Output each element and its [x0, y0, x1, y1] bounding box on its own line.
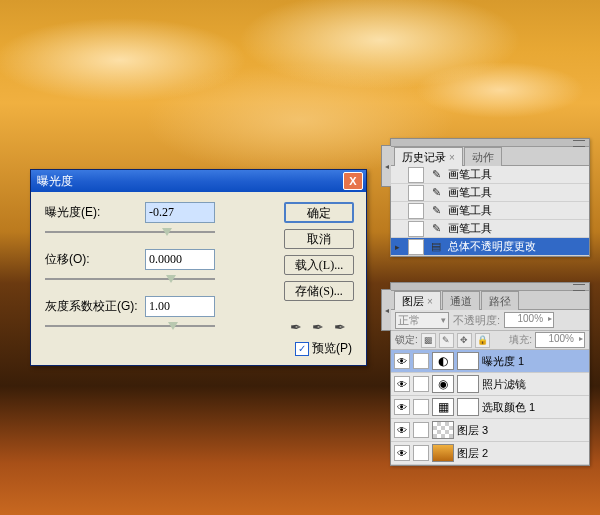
tab-layers[interactable]: 图层× [394, 291, 441, 310]
history-step-box [408, 203, 424, 219]
history-item[interactable]: ✎画笔工具 [391, 202, 589, 220]
exposure-label: 曝光度(E): [45, 204, 145, 221]
lock-all-icon[interactable]: 🔒 [475, 333, 490, 348]
visibility-toggle[interactable]: 👁 [394, 376, 410, 392]
offset-input[interactable] [145, 249, 215, 270]
tab-actions[interactable]: 动作 [464, 147, 502, 166]
dialog-titlebar[interactable]: 曝光度 X [31, 170, 366, 192]
exposure-input[interactable] [145, 202, 215, 223]
ok-button[interactable]: 确定 [284, 202, 354, 223]
gamma-input[interactable] [145, 296, 215, 317]
history-item-label: 画笔工具 [448, 221, 492, 236]
tab-label: 图层 [402, 295, 424, 307]
history-list: ✎画笔工具✎画笔工具✎画笔工具✎画笔工具▸▤总体不透明度更改 [391, 166, 589, 256]
history-item-label: 总体不透明度更改 [448, 239, 536, 254]
brush-icon: ✎ [429, 204, 443, 218]
link-box[interactable] [413, 353, 429, 369]
layer-mask-thumb [457, 398, 479, 416]
dialog-body: 曝光度(E): 位移(O): 灰度系数校正(G): 确定 取消 载入(L)... [31, 192, 366, 365]
gamma-label: 灰度系数校正(G): [45, 298, 145, 315]
layer-name: 图层 3 [457, 423, 488, 438]
exposure-dialog: 曝光度 X 曝光度(E): 位移(O): 灰度系数校正(G): 确定 [30, 169, 367, 366]
brush-icon: ✎ [429, 168, 443, 182]
lock-pixels-icon[interactable]: ▩ [421, 333, 436, 348]
adjustment-icon: ▦ [432, 398, 454, 416]
history-step-box [408, 185, 424, 201]
layer-thumb [432, 444, 454, 462]
eyedropper-gray-icon[interactable]: ✒ [310, 319, 326, 335]
slider-track [45, 278, 215, 280]
visibility-toggle[interactable]: 👁 [394, 399, 410, 415]
panel-grip[interactable] [391, 283, 589, 291]
load-button[interactable]: 载入(L)... [284, 255, 354, 275]
tab-paths[interactable]: 路径 [481, 291, 519, 310]
layer-row[interactable]: 👁图层 2 [391, 442, 589, 465]
eyedropper-white-icon[interactable]: ✒ [332, 319, 348, 335]
link-box[interactable] [413, 376, 429, 392]
slider-thumb[interactable] [168, 322, 178, 330]
brush-icon: ✎ [429, 222, 443, 236]
lock-brush-icon[interactable]: ✎ [439, 333, 454, 348]
layer-row[interactable]: 👁图层 3 [391, 419, 589, 442]
layer-mask-thumb [457, 352, 479, 370]
exposure-slider[interactable] [45, 225, 215, 239]
link-box[interactable] [413, 445, 429, 461]
history-item[interactable]: ✎画笔工具 [391, 220, 589, 238]
dialog-buttons: 确定 取消 载入(L)... 存储(S)... [284, 202, 354, 301]
fill-label: 填充: [509, 333, 532, 347]
opacity-icon: ▤ [429, 240, 443, 254]
layer-thumb [432, 421, 454, 439]
visibility-toggle[interactable]: 👁 [394, 422, 410, 438]
gamma-slider[interactable] [45, 319, 215, 333]
visibility-toggle[interactable]: 👁 [394, 445, 410, 461]
tab-label: 历史记录 [402, 151, 446, 163]
close-icon: X [349, 175, 356, 187]
history-item-label: 画笔工具 [448, 203, 492, 218]
layer-row[interactable]: 👁◉照片滤镜 [391, 373, 589, 396]
history-panel: ◂ 历史记录× 动作 ✎画笔工具✎画笔工具✎画笔工具✎画笔工具▸▤总体不透明度更… [390, 138, 590, 257]
tab-close-icon[interactable]: × [449, 152, 455, 163]
panel-grip[interactable] [391, 139, 589, 147]
opacity-label: 不透明度: [453, 313, 500, 328]
layers-panel: ◂ 图层× 通道 路径 正常 不透明度: 100% 锁定: ▩ ✎ ✥ 🔒 填充… [390, 282, 590, 466]
panel-collapse-button[interactable]: ◂ [381, 289, 391, 331]
panel-collapse-button[interactable]: ◂ [381, 145, 391, 187]
layers-tabs: 图层× 通道 路径 [391, 291, 589, 310]
preview-label: 预览(P) [312, 340, 352, 357]
layer-row[interactable]: 👁◐曝光度 1 [391, 350, 589, 373]
slider-thumb[interactable] [162, 228, 172, 236]
lock-move-icon[interactable]: ✥ [457, 333, 472, 348]
history-item[interactable]: ✎画笔工具 [391, 166, 589, 184]
offset-slider[interactable] [45, 272, 215, 286]
tab-channels[interactable]: 通道 [442, 291, 480, 310]
eyedropper-black-icon[interactable]: ✒ [288, 319, 304, 335]
close-button[interactable]: X [343, 172, 363, 190]
history-item[interactable]: ▸▤总体不透明度更改 [391, 238, 589, 256]
adjustment-icon: ◉ [432, 375, 454, 393]
tab-close-icon[interactable]: × [427, 296, 433, 307]
opacity-input[interactable]: 100% [504, 312, 554, 328]
save-button[interactable]: 存储(S)... [284, 281, 354, 301]
cancel-button[interactable]: 取消 [284, 229, 354, 249]
layers-options-row: 正常 不透明度: 100% [391, 310, 589, 331]
preview-checkbox[interactable]: ✓ [295, 342, 309, 356]
history-item-label: 画笔工具 [448, 167, 492, 182]
layer-list: 👁◐曝光度 1👁◉照片滤镜👁▦选取颜色 1👁图层 3👁图层 2 [391, 350, 589, 465]
layer-name: 选取颜色 1 [482, 400, 535, 415]
history-item[interactable]: ✎画笔工具 [391, 184, 589, 202]
link-box[interactable] [413, 422, 429, 438]
layer-name: 图层 2 [457, 446, 488, 461]
tab-history[interactable]: 历史记录× [394, 147, 463, 166]
layer-row[interactable]: 👁▦选取颜色 1 [391, 396, 589, 419]
slider-track [45, 231, 215, 233]
link-box[interactable] [413, 399, 429, 415]
history-item-label: 画笔工具 [448, 185, 492, 200]
preview-row: ✓ 预览(P) [295, 340, 352, 357]
history-tabs: 历史记录× 动作 [391, 147, 589, 166]
slider-thumb[interactable] [166, 275, 176, 283]
history-step-box [408, 167, 424, 183]
blend-mode-select[interactable]: 正常 [395, 312, 449, 329]
fill-input[interactable]: 100% [535, 332, 585, 348]
dialog-title: 曝光度 [37, 173, 343, 190]
visibility-toggle[interactable]: 👁 [394, 353, 410, 369]
